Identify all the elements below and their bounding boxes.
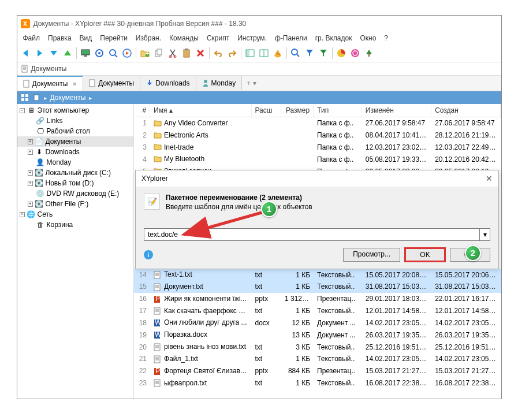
tree-item[interactable]: +💽Локальный диск (C:): [17, 168, 133, 178]
file-row[interactable]: 1Any Video ConverterПапка с ф..27.06.201…: [134, 117, 501, 129]
row-modified: 27.06.2017 9:58:47: [362, 118, 431, 128]
file-row[interactable]: 4My BluetoothПапка с ф..05.08.2017 19:33…: [134, 153, 501, 165]
column-type[interactable]: Тип: [314, 104, 362, 117]
tree-item[interactable]: +💽Other File (F:): [17, 199, 133, 209]
column-number[interactable]: #: [134, 104, 151, 117]
tab-documents-2[interactable]: Документы: [83, 76, 140, 90]
file-row[interactable]: 14Text-1.txttxt1 КБТекстовый..15.05.2017…: [134, 269, 501, 281]
menu-window[interactable]: Окно: [356, 33, 379, 43]
delete-icon[interactable]: [194, 47, 207, 60]
document-icon[interactable]: [32, 94, 40, 102]
expander-icon[interactable]: +: [28, 170, 33, 176]
column-size[interactable]: Размер: [281, 104, 314, 117]
grid-icon[interactable]: [21, 94, 29, 102]
menu-commands[interactable]: Команды: [166, 33, 202, 43]
zoom-icon[interactable]: [289, 47, 302, 60]
menu-edit[interactable]: Правка: [44, 33, 75, 43]
folder-tree[interactable]: -🖥Этот компьютер🔗Links🖵Рабочий стол+📄Док…: [17, 104, 134, 399]
expander-icon[interactable]: +: [28, 139, 33, 144]
expander-icon[interactable]: -: [20, 108, 25, 113]
row-created: 31.08.2017 15:03:16: [431, 281, 501, 292]
tree-item[interactable]: 🖵Рабочий стол: [17, 126, 133, 136]
file-row[interactable]: 15Документ.txttxt1 КБТекстовый..31.08.20…: [134, 281, 501, 293]
pizza-icon[interactable]: [271, 47, 284, 60]
monitor-icon[interactable]: [79, 47, 92, 60]
preview-button[interactable]: Просмотр...: [343, 248, 400, 262]
file-row[interactable]: 18WОни любили друг друга ...docx12 КБДок…: [134, 317, 501, 329]
folder-add-icon[interactable]: +: [139, 47, 151, 60]
cut-icon[interactable]: [166, 47, 179, 60]
tab-monday[interactable]: Monday: [196, 76, 243, 90]
expander-icon[interactable]: +: [28, 181, 33, 186]
up-icon[interactable]: [61, 47, 74, 60]
expander-icon[interactable]: +: [28, 150, 33, 155]
paste-icon[interactable]: [180, 47, 193, 60]
play-circle-icon[interactable]: [121, 47, 133, 60]
dialog-titlebar: XYplorer ✕: [136, 170, 498, 187]
column-ext[interactable]: Расш: [252, 104, 282, 117]
file-row[interactable]: 22PФортеця Святої Єлизаве...pptx884 КБПр…: [134, 365, 501, 377]
tree-item[interactable]: 🗑Корзина: [17, 220, 133, 230]
column-created[interactable]: Создан: [431, 104, 501, 117]
menu-fpanels[interactable]: ф-Панели: [271, 33, 311, 43]
menu-go[interactable]: Перейти: [96, 33, 131, 43]
file-row[interactable]: 3Inet-tradeПапка с ф..12.03.2017 23:02:4…: [134, 142, 501, 154]
undo-icon[interactable]: [212, 47, 225, 60]
dropdown-icon[interactable]: ▾: [480, 228, 490, 241]
expander-icon[interactable]: +: [28, 202, 33, 207]
menu-help[interactable]: ?: [381, 33, 392, 43]
menu-fav[interactable]: Избран.: [132, 33, 165, 43]
tree-item[interactable]: +⬇Downloads: [17, 147, 133, 157]
tree-item[interactable]: 👤Monday: [17, 157, 133, 168]
filter2-icon[interactable]: [317, 47, 330, 60]
breadcrumb-item[interactable]: Документы: [50, 94, 86, 102]
panel-icon[interactable]: [244, 47, 256, 60]
panel2-icon[interactable]: [258, 47, 270, 60]
back-icon[interactable]: [20, 47, 32, 60]
close-icon[interactable]: ✕: [486, 174, 493, 183]
menu-file[interactable]: Файл: [20, 33, 44, 43]
ok-button[interactable]: OK: [405, 248, 445, 262]
file-row[interactable]: 19WПоразка.docx13 КБДокумент ...26.03.20…: [134, 329, 501, 341]
row-ext: pptx: [252, 366, 282, 376]
filter-icon[interactable]: [303, 47, 316, 60]
file-row[interactable]: 17Как скачать фаерфокс б...txt1 КБТексто…: [134, 305, 501, 317]
column-name[interactable]: Имя ▴: [150, 104, 251, 117]
file-row[interactable]: 2Electronic ArtsПапка с ф..08.04.2017 10…: [134, 129, 501, 142]
file-row[interactable]: 21Файл_1.txttxt1 КБТекстовый..14.02.2017…: [134, 353, 501, 365]
redo-icon[interactable]: [226, 47, 238, 60]
row-name: My Bluetooth: [150, 154, 251, 165]
forward-icon[interactable]: [33, 47, 46, 60]
column-modified[interactable]: Изменён: [362, 104, 431, 117]
tab-documents-1[interactable]: Документы ✕: [17, 76, 84, 91]
tree-item[interactable]: +🌐Сеть: [17, 209, 133, 220]
docx-icon: W: [154, 331, 162, 339]
tree-item[interactable]: -🖥Этот компьютер: [17, 105, 133, 116]
tree-item[interactable]: 💿DVD RW дисковод (E:): [17, 188, 133, 199]
row-name: ыфвапрол.txt: [150, 378, 251, 389]
chart-icon[interactable]: [335, 47, 348, 60]
menu-tabgroups[interactable]: гр. Вкладок: [312, 33, 356, 43]
file-row[interactable]: 16PЖири як компоненти їжі...pptx1 312 КБ…: [134, 293, 501, 305]
expander-icon[interactable]: +: [20, 212, 25, 217]
file-row[interactable]: 20рівень знань іноз мови.txttxt3 КБТекст…: [134, 341, 501, 353]
annotation-arrow: [179, 207, 271, 241]
spiral-icon[interactable]: [349, 47, 362, 60]
menu-tools[interactable]: Инструм.: [234, 33, 270, 43]
close-icon[interactable]: ✕: [72, 81, 77, 87]
tree-item[interactable]: +💽Новый том (D:): [17, 178, 133, 188]
copy-icon[interactable]: [152, 47, 165, 60]
search-circle-icon[interactable]: [107, 47, 120, 60]
tree-item[interactable]: 🔗Links: [17, 116, 133, 126]
file-row[interactable]: 23ыфвапрол.txttxt1 КБТекстовый..16.08.20…: [134, 377, 501, 389]
target-icon[interactable]: [93, 47, 106, 60]
info-icon[interactable]: i: [144, 250, 153, 259]
menu-script[interactable]: Скрипт: [203, 33, 233, 43]
tree-icon[interactable]: [363, 47, 375, 60]
tree-item[interactable]: +📄Документы: [17, 136, 133, 147]
down-icon[interactable]: [47, 47, 60, 60]
menu-view[interactable]: Вид: [76, 33, 96, 43]
address-bar[interactable]: Документы: [17, 62, 501, 76]
tab-add-button[interactable]: + ▾: [242, 77, 260, 90]
tab-downloads[interactable]: Downloads: [140, 76, 196, 90]
